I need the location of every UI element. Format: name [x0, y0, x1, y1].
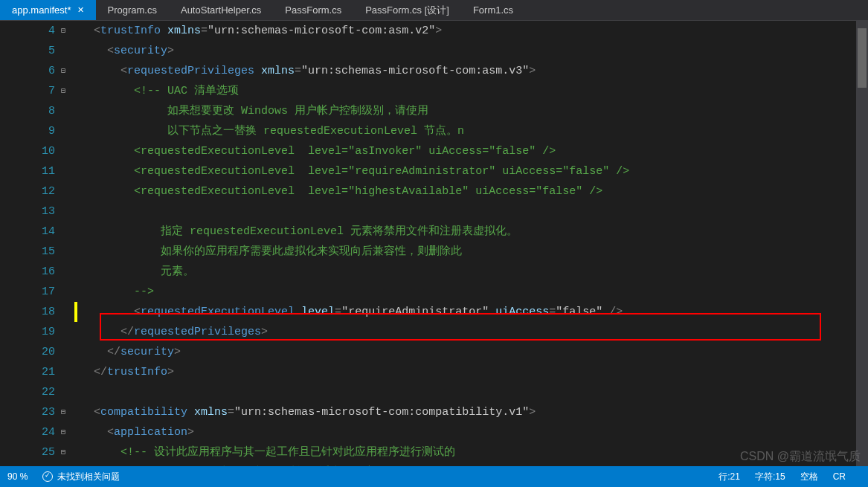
status-bar: 90 % 未找到相关问题 行:21 字符:15 空格 CR — [0, 466, 868, 487]
modified-marker — [74, 302, 77, 322]
tab-bar: app.manifest* ✕ Program.cs AutoStartHelp… — [0, 0, 868, 21]
indent-mode[interactable]: 空格 — [800, 471, 818, 483]
code-area[interactable]: <trustInfo xmlns="urn:schemas-microsoft-… — [74, 21, 868, 466]
tab-passform-design[interactable]: PassForm.cs [设计] — [353, 0, 461, 20]
gutter: 4⊟ 5 6⊟ 7⊟ 8 9 10 11 12 13 14 15 16 17 1… — [0, 21, 74, 466]
close-icon[interactable]: ✕ — [77, 5, 84, 15]
tab-form1-cs[interactable]: Form1.cs — [461, 0, 525, 20]
fold-icon[interactable]: ⊟ — [58, 422, 68, 442]
check-icon — [42, 471, 53, 482]
cursor-col[interactable]: 字符:15 — [755, 471, 785, 483]
scrollbar-thumb[interactable] — [858, 28, 867, 88]
tab-autostarthelper-cs[interactable]: AutoStartHelper.cs — [169, 0, 273, 20]
cursor-line[interactable]: 行:21 — [718, 471, 740, 483]
fold-icon[interactable]: ⊟ — [58, 61, 68, 81]
tab-app-manifest[interactable]: app.manifest* ✕ — [0, 0, 96, 20]
fold-icon[interactable]: ⊟ — [58, 81, 68, 101]
tab-passform-cs[interactable]: PassForm.cs — [273, 0, 353, 20]
line-ending[interactable]: CR — [833, 471, 846, 483]
fold-icon[interactable]: ⊟ — [58, 402, 68, 422]
issues-status[interactable]: 未找到相关问题 — [42, 471, 120, 483]
vertical-scrollbar[interactable] — [856, 21, 868, 466]
fold-icon[interactable]: ⊟ — [58, 21, 68, 41]
fold-icon[interactable]: ⊟ — [58, 442, 68, 462]
tab-program-cs[interactable]: Program.cs — [96, 0, 169, 20]
tab-label: app.manifest* — [12, 4, 71, 16]
editor-area: 4⊟ 5 6⊟ 7⊟ 8 9 10 11 12 13 14 15 16 17 1… — [0, 21, 868, 466]
zoom-level[interactable]: 90 % — [7, 471, 28, 482]
watermark: CSDN @霸道流氓气质 — [740, 449, 861, 465]
